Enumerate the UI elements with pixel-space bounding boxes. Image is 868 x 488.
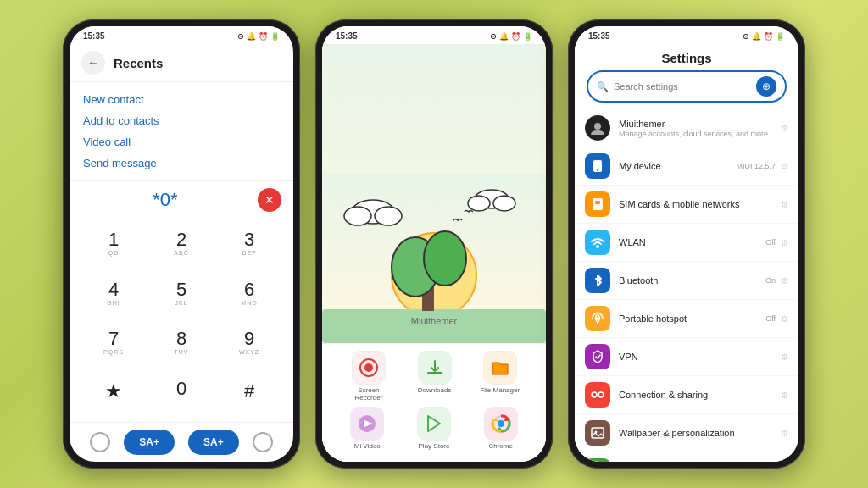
svg-point-27 — [592, 392, 597, 397]
key-4[interactable]: 4GHI — [81, 270, 146, 317]
wallpaper-icon — [585, 420, 610, 446]
hotspot-badge: Off — [765, 314, 776, 323]
phone-2: 15:35 ⊙🔔⏰🔋 — [315, 19, 553, 469]
home-wallpaper: Miuithemer — [322, 44, 546, 343]
search-action-button[interactable]: ⊕ — [756, 76, 776, 97]
chevron-icon-account: ⚙ — [781, 124, 788, 133]
app-chrome[interactable]: Chrome — [484, 407, 518, 450]
device-name: My device — [619, 161, 727, 171]
key-star[interactable]: ★ — [81, 369, 146, 416]
device-badge: MIUI 12.5.7 — [736, 162, 776, 170]
svg-rect-24 — [595, 201, 600, 204]
key-9[interactable]: 9WXYZ — [217, 319, 281, 366]
settings-item-account[interactable]: Miuithemer Manage accounts, cloud servic… — [575, 109, 798, 147]
settings-item-sim[interactable]: SIM cards & mobile networks ⚙ — [575, 186, 798, 224]
key-7[interactable]: 7PQRS — [81, 319, 146, 366]
settings-item-hotspot[interactable]: Portable hotspot Off ⚙ — [575, 300, 798, 338]
settings-text-hotspot: Portable hotspot — [619, 313, 757, 324]
vpn-icon — [585, 344, 610, 369]
bluetooth-badge: On — [765, 276, 776, 285]
avatar-icon — [585, 115, 610, 141]
connection-icon — [585, 382, 610, 408]
phone1-bottom: SA+ SA+ — [70, 422, 293, 462]
status-icons-2: ⊙🔔⏰🔋 — [490, 32, 532, 41]
phone-1: 15:35 ⊙🔔⏰🔋 ← Recents New contact Add to … — [63, 19, 300, 469]
account-sub: Manage accounts, cloud services, and mor… — [619, 130, 772, 138]
app-file-manager[interactable]: File Manager — [480, 351, 520, 402]
settings-item-vpn[interactable]: VPN ⚙ — [575, 338, 798, 376]
video-call-link[interactable]: Video call — [83, 131, 280, 152]
key-0[interactable]: 0+ — [149, 369, 214, 416]
svg-rect-30 — [592, 428, 604, 438]
settings-text-connection: Connection & sharing — [619, 390, 772, 400]
key-3[interactable]: 3DEF — [217, 220, 281, 267]
svg-text:Miuithemer: Miuithemer — [411, 316, 458, 326]
status-bar-1: 15:35 ⊙🔔⏰🔋 — [70, 26, 293, 44]
app-screen-recorder[interactable]: Screen Recorder — [348, 351, 389, 402]
bluetooth-icon — [585, 268, 610, 293]
phone1-content: ← Recents New contact Add to contacts Vi… — [70, 44, 293, 462]
connection-name: Connection & sharing — [619, 390, 772, 400]
add-to-contacts-link[interactable]: Add to contacts — [83, 110, 280, 131]
settings-right-hotspot: Off ⚙ — [765, 314, 788, 324]
status-icons-3: ⊙🔔⏰🔋 — [743, 32, 785, 41]
wallpaper-name: Wallpaper & personalization — [619, 428, 772, 438]
send-message-link[interactable]: Send message — [83, 152, 280, 174]
settings-text-device: My device — [619, 161, 727, 171]
watermark: MIUITHEMER.COM — [712, 446, 793, 455]
sa-button-right[interactable]: SA+ — [188, 430, 239, 455]
settings-item-connection[interactable]: Connection & sharing ⚙ — [575, 376, 798, 414]
key-1[interactable]: 1QD — [81, 220, 146, 267]
settings-item-bluetooth[interactable]: Bluetooth On ⚙ — [575, 262, 798, 300]
key-hash[interactable]: # — [217, 369, 281, 416]
home-indicator-left — [90, 432, 110, 452]
bluetooth-name: Bluetooth — [619, 275, 757, 286]
account-name: Miuithemer — [619, 119, 772, 129]
settings-text-bluetooth: Bluetooth — [619, 275, 757, 286]
chevron-icon-wallpaper: ⚙ — [781, 429, 788, 438]
recents-title: Recents — [114, 56, 163, 70]
svg-point-5 — [424, 231, 466, 286]
aod-icon — [585, 458, 610, 462]
chevron-icon-sim: ⚙ — [781, 200, 788, 209]
hotspot-name: Portable hotspot — [619, 313, 757, 324]
settings-header: Settings 🔍 ⊕ — [575, 44, 798, 109]
sa-button-left[interactable]: SA+ — [124, 430, 175, 455]
device-icon — [585, 153, 610, 179]
svg-point-19 — [498, 420, 504, 427]
key-2[interactable]: 2ABC — [149, 220, 214, 267]
svg-point-28 — [598, 392, 604, 397]
settings-list: Miuithemer Manage accounts, cloud servic… — [575, 109, 798, 462]
svg-point-22 — [597, 169, 598, 171]
app-grid: Screen Recorder Downloads File Manager — [322, 343, 546, 462]
app-downloads[interactable]: Downloads — [418, 351, 452, 402]
settings-item-wlan[interactable]: WLAN Off ⚙ — [575, 224, 798, 262]
settings-item-device[interactable]: My device MIUI 12.5.7 ⚙ — [575, 147, 798, 186]
recents-header: ← Recents — [70, 44, 293, 82]
app-play-store[interactable]: Play Store — [417, 407, 451, 450]
settings-text-sim: SIM cards & mobile networks — [619, 199, 772, 209]
status-bar-2: 15:35 ⊙🔔⏰🔋 — [322, 26, 546, 44]
settings-text-vpn: VPN — [619, 352, 772, 362]
key-6[interactable]: 6MNO — [217, 270, 281, 317]
settings-page-title: Settings — [587, 51, 787, 65]
sim-name: SIM cards & mobile networks — [619, 199, 772, 209]
settings-search-bar[interactable]: 🔍 ⊕ — [587, 70, 787, 103]
search-input[interactable] — [614, 81, 751, 92]
key-8[interactable]: 8TUV — [149, 319, 214, 366]
dial-number: *0* — [81, 189, 249, 211]
svg-point-11 — [493, 196, 515, 211]
delete-button[interactable]: ✕ — [258, 188, 281, 212]
settings-right-sim: ⚙ — [781, 200, 788, 209]
chevron-icon-hotspot: ⚙ — [781, 314, 788, 324]
app-label-screen-recorder: Screen Recorder — [348, 386, 389, 402]
settings-text-account: Miuithemer Manage accounts, cloud servic… — [619, 119, 772, 138]
new-contact-link[interactable]: New contact — [83, 89, 280, 110]
key-5[interactable]: 5JKL — [149, 270, 214, 317]
wallpaper-svg: Miuithemer — [322, 174, 546, 343]
app-mi-video[interactable]: Mi Video — [350, 407, 384, 450]
app-label-mi-video: Mi Video — [354, 442, 381, 450]
back-button[interactable]: ← — [81, 51, 105, 75]
svg-marker-17 — [428, 416, 440, 431]
hotspot-icon — [585, 306, 610, 331]
